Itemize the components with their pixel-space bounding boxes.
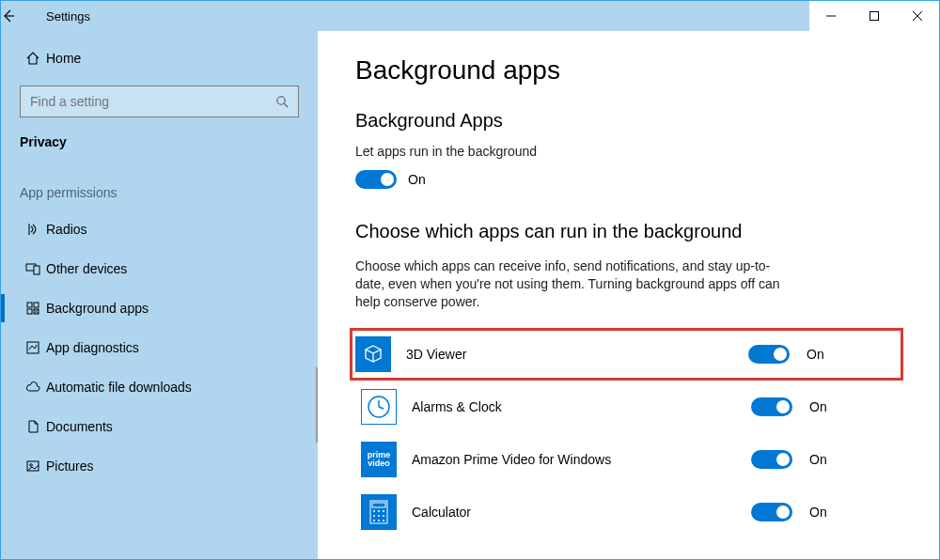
section2-desc: Choose which apps can receive info, send… xyxy=(355,257,788,311)
svg-point-23 xyxy=(378,510,380,512)
svg-point-28 xyxy=(373,520,375,521)
svg-point-27 xyxy=(383,515,384,517)
minimize-button[interactable] xyxy=(809,1,853,31)
sidebar-item-label: Other devices xyxy=(46,261,127,276)
app-toggle-state: On xyxy=(809,452,827,467)
back-button[interactable] xyxy=(1,8,46,23)
chart-icon xyxy=(20,340,46,355)
home-label: Home xyxy=(46,51,81,66)
grid-icon xyxy=(20,301,46,316)
svg-rect-14 xyxy=(27,342,39,353)
search-icon xyxy=(275,95,289,108)
sidebar-item-app-diagnostics[interactable]: App diagnostics xyxy=(1,328,318,367)
sidebar-item-label: Background apps xyxy=(46,301,149,316)
sidebar-item-label: Radios xyxy=(46,222,87,237)
sidebar-item-automatic-downloads[interactable]: Automatic file downloads xyxy=(1,367,318,407)
clock-icon xyxy=(361,389,397,425)
svg-point-25 xyxy=(373,515,375,517)
app-toggle-prime-video[interactable] xyxy=(751,450,792,469)
scrollbar-hint[interactable] xyxy=(316,367,318,443)
svg-line-6 xyxy=(284,103,288,107)
search-field[interactable] xyxy=(30,94,275,109)
picture-icon xyxy=(20,459,46,474)
app-toggle-state: On xyxy=(809,399,827,414)
search-input[interactable] xyxy=(20,86,299,117)
prime-video-icon: primevideo xyxy=(361,442,397,477)
sidebar-item-label: Automatic file downloads xyxy=(46,380,192,395)
document-icon xyxy=(20,419,46,434)
svg-rect-21 xyxy=(372,503,385,507)
sidebar-item-label: Documents xyxy=(46,419,113,434)
svg-point-22 xyxy=(373,510,375,512)
app-toggle-state: On xyxy=(807,347,824,362)
app-row-alarms-clock: Alarms & Clock On xyxy=(355,381,898,433)
sidebar-item-other-devices[interactable]: Other devices xyxy=(1,249,318,288)
app-row-prime-video: primevideo Amazon Prime Video for Window… xyxy=(355,433,898,486)
section2-title: Choose which apps can run in the backgro… xyxy=(355,221,898,242)
svg-rect-12 xyxy=(27,309,32,314)
app-name: Alarms & Clock xyxy=(412,399,751,414)
app-name: 3D Viewer xyxy=(406,347,748,362)
app-row-calculator: Calculator On xyxy=(355,486,898,538)
app-toggle-state: On xyxy=(809,505,827,520)
window-controls xyxy=(809,1,939,31)
app-toggle-alarms-clock[interactable] xyxy=(751,397,792,416)
svg-point-5 xyxy=(277,97,285,104)
section1-title: Background Apps xyxy=(355,110,898,132)
svg-point-26 xyxy=(378,515,380,517)
sidebar-item-documents[interactable]: Documents xyxy=(1,407,318,446)
titlebar: Settings xyxy=(1,1,939,31)
app-toggle-3d-viewer[interactable] xyxy=(748,345,790,364)
svg-point-24 xyxy=(383,510,384,512)
sidebar-item-label: Pictures xyxy=(46,459,94,474)
sidebar-item-background-apps[interactable]: Background apps xyxy=(1,288,318,328)
page-title: Background apps xyxy=(355,55,898,86)
radios-icon xyxy=(20,222,46,237)
sidebar: Home Privacy App permissions Radios Othe… xyxy=(1,31,318,559)
svg-point-16 xyxy=(30,464,33,467)
home-icon xyxy=(20,51,46,66)
svg-rect-11 xyxy=(34,303,39,307)
close-button[interactable] xyxy=(896,1,939,31)
apps-list: 3D Viewer On Alarms & Clock On prime xyxy=(355,328,898,538)
main-content: Background apps Background Apps Let apps… xyxy=(318,31,939,559)
sidebar-item-label: App diagnostics xyxy=(46,340,139,355)
window-title: Settings xyxy=(46,9,90,23)
svg-point-29 xyxy=(378,520,380,521)
cube-icon xyxy=(355,336,391,372)
app-row-3d-viewer: 3D Viewer On xyxy=(350,328,903,381)
home-nav[interactable]: Home xyxy=(1,39,318,78)
cloud-icon xyxy=(20,380,46,395)
app-name: Calculator xyxy=(412,505,751,520)
svg-rect-10 xyxy=(27,303,32,307)
maximize-button[interactable] xyxy=(853,1,896,31)
calculator-icon xyxy=(361,494,397,530)
svg-point-30 xyxy=(383,520,384,521)
sidebar-item-pictures[interactable]: Pictures xyxy=(1,446,318,486)
app-toggle-calculator[interactable] xyxy=(751,503,792,521)
app-name: Amazon Prime Video for Windows xyxy=(412,452,751,467)
toggle-state-label: On xyxy=(408,172,426,187)
privacy-header: Privacy xyxy=(1,131,318,166)
section-app-permissions: App permissions xyxy=(1,166,318,210)
devices-icon xyxy=(20,261,46,276)
sidebar-item-radios[interactable]: Radios xyxy=(1,210,318,249)
svg-rect-9 xyxy=(34,266,39,274)
section1-desc: Let apps run in the background xyxy=(355,143,788,161)
svg-rect-2 xyxy=(870,12,879,21)
background-apps-toggle[interactable] xyxy=(355,170,397,189)
